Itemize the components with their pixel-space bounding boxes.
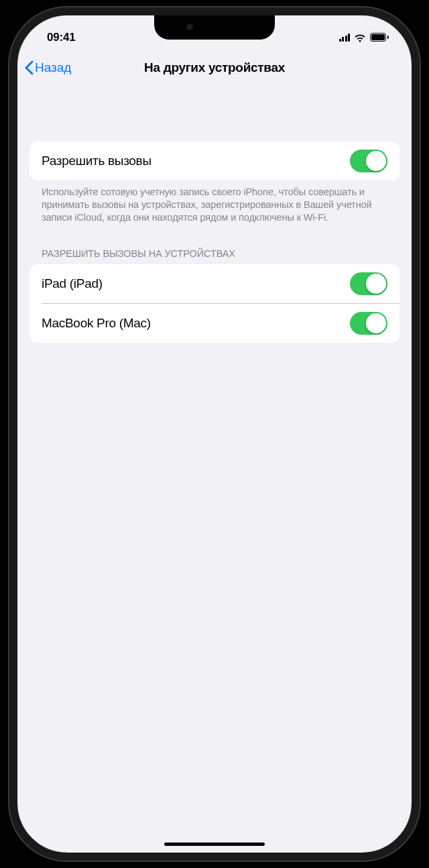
status-time: 09:41	[47, 31, 75, 44]
home-indicator[interactable]	[164, 843, 265, 846]
back-button[interactable]: Назад	[24, 60, 71, 75]
cellular-signal-icon	[339, 34, 351, 42]
device-toggle-macbook[interactable]	[350, 312, 387, 335]
back-label: Назад	[35, 60, 71, 75]
phone-frame: 09:41	[9, 7, 420, 861]
allow-calls-toggle[interactable]	[350, 150, 387, 172]
battery-icon	[370, 33, 389, 42]
wifi-icon	[354, 34, 366, 42]
device-row-ipad: iPad (iPad)	[29, 264, 400, 303]
allow-calls-footer: Используйте сотовую учетную запись своег…	[29, 180, 400, 224]
devices-section-header: РАЗРЕШИТЬ ВЫЗОВЫ НА УСТРОЙСТВАХ	[29, 248, 400, 264]
notch	[154, 15, 275, 40]
screen: 09:41	[17, 15, 412, 853]
page-title: На других устройствах	[144, 60, 285, 75]
status-icons	[339, 33, 389, 42]
chevron-left-icon	[24, 60, 34, 75]
device-row-macbook: MacBook Pro (Mac)	[29, 304, 400, 343]
allow-calls-group: Разрешить вызовы	[29, 142, 400, 180]
allow-calls-row: Разрешить вызовы	[29, 142, 400, 180]
device-label: MacBook Pro (Mac)	[42, 316, 151, 331]
devices-group: iPad (iPad) MacBook Pro (Mac)	[29, 264, 400, 343]
device-label: iPad (iPad)	[42, 276, 103, 291]
nav-bar: Назад На других устройствах	[17, 50, 412, 85]
allow-calls-label: Разрешить вызовы	[42, 154, 151, 168]
device-toggle-ipad[interactable]	[350, 272, 387, 295]
